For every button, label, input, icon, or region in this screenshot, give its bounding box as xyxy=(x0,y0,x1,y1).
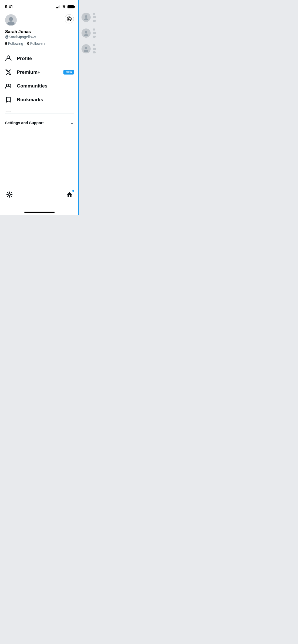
svg-point-20 xyxy=(8,194,11,196)
svg-rect-7 xyxy=(6,111,11,111)
wifi-icon xyxy=(62,5,66,8)
nav-item-communities[interactable]: Communities xyxy=(0,79,79,93)
feed-avatar xyxy=(82,44,91,53)
nav-label-communities: Communities xyxy=(17,83,74,89)
nav-item-lists[interactable]: Lists xyxy=(0,107,79,111)
svg-point-34 xyxy=(84,50,88,52)
menu-divider xyxy=(5,113,74,114)
background-feed xyxy=(79,0,99,215)
svg-point-3 xyxy=(69,18,70,19)
x-logo-icon xyxy=(5,69,12,76)
feed-avatar xyxy=(82,28,91,38)
following-label: Following xyxy=(8,41,23,46)
svg-point-29 xyxy=(85,15,87,18)
svg-line-26 xyxy=(11,196,11,197)
sun-icon xyxy=(6,191,13,198)
bookmark-icon xyxy=(5,96,12,103)
svg-point-6 xyxy=(9,84,11,86)
home-icon xyxy=(66,191,73,198)
svg-line-25 xyxy=(7,193,8,193)
followers-label: Followers xyxy=(30,41,46,46)
feed-item xyxy=(82,28,97,39)
nav-label-premium: Premium+ xyxy=(17,69,58,75)
theme-toggle-button[interactable] xyxy=(5,190,14,199)
nav-item-profile[interactable]: Profile xyxy=(0,52,79,65)
drawer-panel: 9:41 xyxy=(0,0,79,215)
drawer-border xyxy=(78,0,79,215)
chevron-down-icon: ⌄ xyxy=(70,120,74,125)
svg-point-1 xyxy=(7,21,15,25)
followers-stat[interactable]: 0 Followers xyxy=(27,41,46,46)
feed-item xyxy=(82,44,97,55)
home-notification-dot xyxy=(72,190,74,192)
followers-count: 0 xyxy=(27,41,29,46)
svg-point-5 xyxy=(6,84,9,86)
display-name: Sarah Jonas xyxy=(5,29,74,35)
feed-item xyxy=(82,13,97,23)
settings-label: Settings and Support xyxy=(5,121,44,125)
add-account-button[interactable] xyxy=(65,14,74,23)
following-stat[interactable]: 9 Following xyxy=(5,41,23,46)
home-button[interactable] xyxy=(65,190,74,199)
settings-toggle[interactable]: Settings and Support ⌄ xyxy=(5,120,74,125)
premium-new-badge: New xyxy=(63,70,74,75)
settings-section: Settings and Support ⌄ xyxy=(0,116,79,129)
home-indicator xyxy=(24,212,55,213)
nav-menu: Profile Premium+ New xyxy=(0,50,79,111)
nav-label-lists: Lists xyxy=(17,111,74,111)
svg-line-27 xyxy=(11,193,11,193)
nav-label-bookmarks: Bookmarks xyxy=(17,97,74,103)
svg-point-32 xyxy=(84,34,88,36)
signal-icon xyxy=(56,5,61,8)
svg-point-30 xyxy=(84,18,88,20)
status-bar: 9:41 xyxy=(0,0,79,12)
svg-point-31 xyxy=(85,31,87,34)
avatar[interactable] xyxy=(5,14,17,26)
svg-point-33 xyxy=(85,47,87,49)
communities-icon xyxy=(5,83,12,89)
svg-line-28 xyxy=(7,196,8,197)
drawer-header: Sarah Jonas @SarahJpageflows 9 Following… xyxy=(0,12,79,50)
nav-label-profile: Profile xyxy=(17,56,74,61)
following-count: 9 xyxy=(5,41,7,46)
svg-point-0 xyxy=(9,17,13,21)
person-icon xyxy=(5,55,12,62)
follow-stats: 9 Following 0 Followers xyxy=(5,41,74,46)
profile-info: Sarah Jonas @SarahJpageflows xyxy=(5,29,74,39)
status-time: 9:41 xyxy=(5,5,13,9)
feed-avatar xyxy=(82,13,91,22)
bottom-bar xyxy=(0,187,79,206)
battery-icon xyxy=(67,5,74,8)
add-account-icon xyxy=(67,16,72,21)
status-icons xyxy=(56,5,74,8)
nav-item-premium[interactable]: Premium+ New xyxy=(0,65,79,79)
nav-item-bookmarks[interactable]: Bookmarks xyxy=(0,93,79,107)
lists-icon xyxy=(5,110,12,111)
username: @SarahJpageflows xyxy=(5,35,74,39)
